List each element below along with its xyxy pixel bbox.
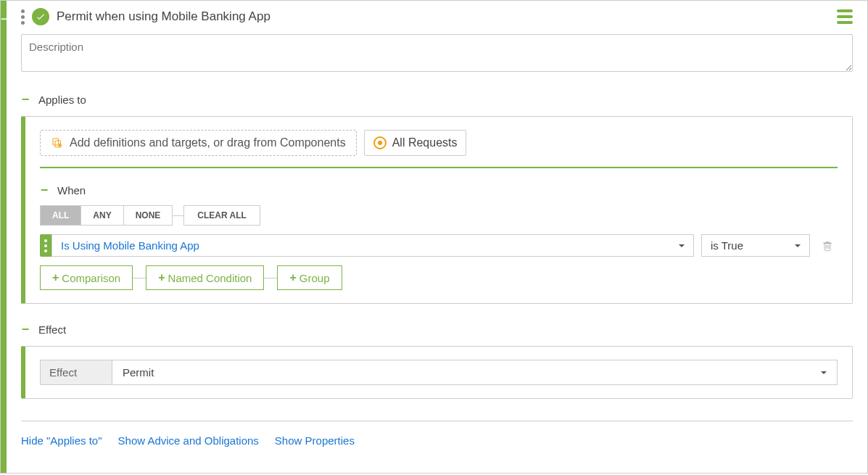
drag-handle-icon[interactable] (21, 9, 25, 25)
effect-row: Effect Permit (40, 360, 838, 385)
chevron-down-icon (679, 244, 685, 247)
when-controls: ALL ANY NONE CLEAR ALL (40, 205, 838, 226)
plus-icon: + (52, 271, 59, 284)
target-icon (373, 136, 387, 149)
add-named-condition-label: Named Condition (168, 272, 252, 284)
hamburger-menu-icon[interactable] (837, 9, 853, 24)
permit-check-icon (32, 8, 49, 25)
toggle-all-button[interactable]: ALL (40, 205, 81, 226)
svg-text:+: + (59, 142, 62, 149)
add-definitions-label: Add definitions and targets, or drag fro… (70, 136, 346, 149)
effect-value: Permit (123, 366, 154, 379)
chevron-down-icon (821, 371, 827, 374)
footer-links: Hide "Applies to" Show Advice and Obliga… (21, 421, 853, 447)
effect-select[interactable]: Permit (112, 360, 838, 385)
applies-to-collapse-toggle[interactable]: − (21, 92, 30, 107)
add-group-button[interactable]: + Group (277, 265, 342, 290)
rule-left-accent: − (1, 1, 7, 473)
toggle-connector (173, 215, 183, 216)
add-buttons-row: + Comparison + Named Condition + Group (40, 265, 838, 290)
when-section: − When ALL ANY NONE CLEAR ALL (40, 183, 838, 290)
condition-row: Is Using Mobile Banking App is True (40, 234, 838, 257)
all-requests-button[interactable]: All Requests (364, 130, 467, 156)
rule-collapse-toggle[interactable]: − (1, 14, 7, 24)
condition-value-label: is True (711, 239, 743, 252)
copy-add-icon: + (51, 136, 64, 149)
add-named-condition-button[interactable]: + Named Condition (146, 265, 264, 290)
condition-name-label: Is Using Mobile Banking App (61, 239, 199, 252)
toggle-none-button[interactable]: NONE (124, 205, 173, 226)
toggle-any-button[interactable]: ANY (81, 205, 123, 226)
plus-icon: + (158, 271, 165, 284)
when-header: − When (40, 183, 838, 198)
rule-container: − Permit when using Mobile Banking App −… (0, 0, 868, 474)
hide-applies-to-link[interactable]: Hide "Applies to" (21, 434, 102, 447)
description-input[interactable] (21, 34, 853, 72)
show-properties-link[interactable]: Show Properties (275, 434, 355, 447)
plus-icon: + (289, 271, 296, 284)
when-collapse-toggle[interactable]: − (40, 183, 49, 198)
trash-icon (822, 240, 833, 252)
show-advice-link[interactable]: Show Advice and Obligations (118, 434, 259, 447)
when-title: When (57, 184, 86, 197)
targets-row: + Add definitions and targets, or drag f… (40, 130, 838, 156)
delete-condition-button[interactable] (817, 234, 838, 257)
add-connector (264, 278, 277, 278)
condition-name-select[interactable]: Is Using Mobile Banking App (51, 234, 694, 257)
applies-to-panel: + Add definitions and targets, or drag f… (21, 116, 853, 304)
applies-to-title: Applies to (38, 94, 86, 106)
effect-label: Effect (40, 360, 112, 385)
add-connector (133, 278, 146, 278)
add-comparison-button[interactable]: + Comparison (40, 265, 133, 290)
effect-title: Effect (38, 323, 66, 336)
svg-rect-0 (53, 139, 59, 145)
effect-section: − Effect Effect Permit (21, 322, 853, 399)
applies-to-section: − Applies to + Add definitions and tar (21, 92, 853, 304)
rule-header: Permit when using Mobile Banking App (21, 8, 853, 25)
add-comparison-label: Comparison (62, 272, 120, 284)
mode-toggle-group: ALL ANY NONE (40, 205, 173, 226)
chevron-down-icon (795, 244, 801, 247)
condition-drag-handle-icon[interactable] (40, 234, 51, 257)
add-definitions-button[interactable]: + Add definitions and targets, or drag f… (40, 130, 357, 156)
rule-title[interactable]: Permit when using Mobile Banking App (57, 9, 830, 24)
all-requests-label: All Requests (392, 136, 458, 149)
clear-all-button[interactable]: CLEAR ALL (183, 205, 260, 226)
applies-to-header: − Applies to (21, 92, 853, 107)
condition-value-select[interactable]: is True (701, 234, 810, 257)
add-group-label: Group (299, 272, 330, 284)
panel-divider (40, 167, 838, 168)
rule-main: Permit when using Mobile Banking App − A… (7, 1, 867, 473)
effect-header: − Effect (21, 322, 853, 337)
effect-panel: Effect Permit (21, 346, 853, 399)
effect-collapse-toggle[interactable]: − (21, 322, 30, 337)
